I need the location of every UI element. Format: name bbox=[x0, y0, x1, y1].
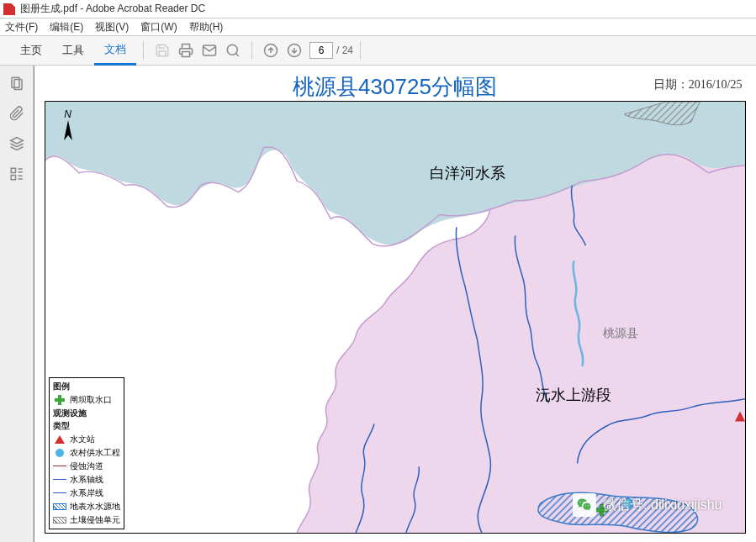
svg-rect-19 bbox=[595, 508, 607, 512]
pdf-icon bbox=[3, 3, 15, 15]
menu-view[interactable]: 视图(V) bbox=[95, 20, 129, 34]
map-label-section: 沅水上游段 bbox=[536, 385, 611, 405]
map-legend: 图例 闸坝取水口 观测设施 类型 水文站 农村供水工程 侵蚀沟道 水系轴线 水系… bbox=[49, 377, 124, 529]
menu-window[interactable]: 窗口(W) bbox=[140, 20, 177, 34]
svg-rect-23 bbox=[55, 398, 65, 402]
tab-home[interactable]: 主页 bbox=[10, 35, 52, 66]
tab-tools[interactable]: 工具 bbox=[52, 35, 94, 66]
map-title: 桃源县430725分幅图 bbox=[34, 66, 756, 105]
save-button[interactable] bbox=[151, 39, 174, 62]
map-label-river: 白洋河水系 bbox=[430, 163, 505, 183]
map-frame: N 图例 闸坝取水口 观测设施 类型 水文站 农村供水工程 侵蚀沟道 水系轴线 … bbox=[45, 101, 746, 534]
svg-point-20 bbox=[622, 498, 632, 508]
pdf-page: 桃源县430725分幅图 日期：2016/10/25 bbox=[34, 66, 756, 542]
map-label-county: 桃源县 bbox=[603, 326, 638, 341]
email-button[interactable] bbox=[198, 39, 221, 62]
layers-button[interactable] bbox=[8, 134, 26, 153]
svg-rect-0 bbox=[182, 52, 190, 57]
toolbar: 主页 工具 文档 / 24 bbox=[0, 35, 756, 66]
svg-point-2 bbox=[227, 45, 237, 55]
svg-marker-21 bbox=[64, 120, 72, 140]
map-date: 日期：2016/10/25 bbox=[653, 77, 743, 92]
thumbnails-button[interactable] bbox=[8, 74, 26, 92]
page-total-label: / 24 bbox=[336, 45, 353, 56]
svg-rect-11 bbox=[11, 168, 15, 172]
menu-file[interactable]: 文件(F) bbox=[5, 20, 38, 34]
print-button[interactable] bbox=[174, 39, 198, 62]
title-bar: 图册生成.pdf - Adobe Acrobat Reader DC bbox=[0, 0, 756, 18]
north-arrow: N bbox=[61, 108, 76, 150]
tab-document[interactable]: 文档 bbox=[94, 35, 136, 66]
bookmarks-button[interactable] bbox=[8, 165, 26, 183]
next-page-button[interactable] bbox=[283, 39, 306, 62]
svg-rect-14 bbox=[11, 176, 15, 180]
svg-marker-10 bbox=[10, 138, 23, 145]
svg-point-25 bbox=[56, 449, 64, 457]
search-button[interactable] bbox=[221, 39, 245, 62]
page-number-input[interactable] bbox=[309, 42, 333, 59]
menu-edit[interactable]: 编辑(E) bbox=[50, 20, 83, 34]
svg-line-3 bbox=[235, 53, 238, 55]
map-svg bbox=[45, 102, 745, 533]
window-title: 图册生成.pdf - Adobe Acrobat Reader DC bbox=[20, 2, 205, 16]
menu-bar: 文件(F) 编辑(E) 视图(V) 窗口(W) 帮助(H) bbox=[0, 18, 756, 35]
document-viewport[interactable]: 桃源县430725分幅图 日期：2016/10/25 bbox=[34, 66, 756, 542]
attachments-button[interactable] bbox=[8, 104, 26, 123]
sidebar-panel bbox=[0, 66, 34, 542]
prev-page-button[interactable] bbox=[259, 39, 283, 62]
svg-marker-24 bbox=[55, 435, 65, 444]
menu-help[interactable]: 帮助(H) bbox=[189, 20, 224, 34]
